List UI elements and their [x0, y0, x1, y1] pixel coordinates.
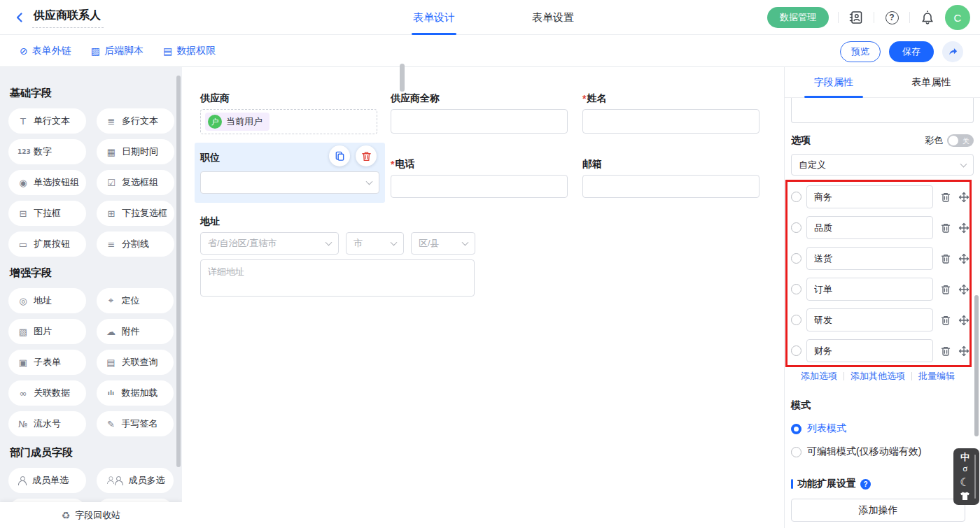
color-toggle[interactable]: 关: [947, 134, 974, 147]
email-input[interactable]: [582, 175, 760, 198]
ime-accent-button[interactable]: ơ: [962, 465, 967, 473]
help-tip-icon[interactable]: ?: [860, 479, 871, 490]
add-other-option-link[interactable]: 添加其他选项: [850, 370, 905, 383]
tab-form-settings[interactable]: 表单设置: [532, 0, 574, 35]
option-source-select[interactable]: 自定义: [791, 154, 974, 176]
option-input[interactable]: [806, 278, 933, 301]
move-option-icon[interactable]: [958, 253, 969, 264]
moon-dark-mode-icon[interactable]: ☾: [960, 477, 969, 488]
field-recycle-bin[interactable]: ♻ 字段回收站: [0, 502, 182, 528]
option-radio[interactable]: [791, 315, 802, 325]
option-radio[interactable]: [791, 253, 802, 264]
backend-script-action[interactable]: ▨ 后端脚本: [91, 45, 144, 57]
sidebar-item-data-load[interactable]: ılı数据加载: [97, 380, 174, 406]
form-title[interactable]: 供应商联系人: [32, 7, 104, 28]
share-button[interactable]: [942, 41, 963, 62]
data-permission-action[interactable]: ▤ 数据权限: [163, 45, 216, 57]
address-detail-textarea[interactable]: [200, 259, 475, 297]
canvas-scrollbar[interactable]: [400, 64, 405, 92]
option-input[interactable]: [806, 308, 933, 331]
user-avatar[interactable]: C: [945, 5, 970, 30]
field-address[interactable]: 地址 省/自治区/直辖市 市 区/县: [200, 215, 480, 299]
field-email[interactable]: 邮箱: [582, 158, 760, 198]
help-icon[interactable]: ?: [883, 9, 900, 26]
ime-language-button[interactable]: 中: [960, 452, 969, 462]
phone-input[interactable]: [391, 175, 568, 198]
field-name[interactable]: *姓名: [582, 92, 760, 134]
copy-field-button[interactable]: [329, 145, 350, 166]
mode-editable-radio[interactable]: 可编辑模式(仅移动端有效): [791, 445, 974, 458]
move-option-icon[interactable]: [958, 284, 969, 295]
sidebar-item-datetime[interactable]: ▦日期时间: [97, 139, 174, 164]
sidebar-item-attachment[interactable]: ☁附件: [97, 319, 174, 344]
sidebar-item-multi-dropdown[interactable]: ⊞下拉复选框: [97, 201, 174, 226]
notification-bell-icon[interactable]: [919, 9, 936, 26]
option-radio[interactable]: [791, 192, 802, 202]
delete-option-icon[interactable]: [940, 192, 951, 203]
sidebar-item-member-multi[interactable]: 成员多选: [97, 468, 174, 493]
option-radio[interactable]: [791, 345, 802, 356]
province-select[interactable]: 省/自治区/直辖市: [200, 232, 339, 255]
field-supplier-fullname[interactable]: 供应商全称: [391, 92, 568, 134]
sidebar-item-linked-data[interactable]: ∞关联数据: [8, 380, 86, 406]
contacts-book-icon[interactable]: [848, 9, 864, 26]
sidebar-item-serial-number[interactable]: №流水号: [8, 411, 86, 436]
shirt-skin-icon[interactable]: [960, 492, 970, 501]
sidebar-item-member-single[interactable]: 成员单选: [8, 468, 86, 493]
sidebar-item-checkbox-group[interactable]: ☑复选框组: [97, 170, 174, 195]
sidebar-scrollbar[interactable]: [176, 76, 181, 467]
sidebar-item-location[interactable]: ⌖定位: [97, 288, 174, 313]
field-supplier[interactable]: 供应商 户 当前用户: [200, 92, 377, 134]
tab-form-design[interactable]: 表单设计: [413, 0, 455, 35]
field-position-selected[interactable]: 职位: [195, 143, 385, 203]
move-option-icon[interactable]: [958, 315, 969, 326]
option-radio[interactable]: [791, 222, 802, 233]
delete-option-icon[interactable]: [940, 315, 951, 326]
supplier-fullname-input[interactable]: [391, 109, 568, 134]
field-phone[interactable]: *电话: [391, 158, 568, 198]
delete-option-icon[interactable]: [940, 345, 951, 357]
delete-option-icon[interactable]: [940, 253, 951, 264]
option-input[interactable]: [806, 339, 933, 362]
sidebar-item-linked-query[interactable]: ▤关联查询: [97, 350, 174, 375]
sidebar-item-multi-line-text[interactable]: ≣多行文本: [97, 108, 174, 134]
tab-form-properties[interactable]: 表单属性: [883, 67, 980, 97]
sidebar-item-address[interactable]: ◎地址: [8, 288, 86, 313]
sidebar-item-extend-button[interactable]: ▭扩展按钮: [8, 231, 86, 257]
move-option-icon[interactable]: [958, 345, 969, 357]
external-link-action[interactable]: ⊘ 表单外链: [20, 45, 71, 57]
option-input[interactable]: [806, 216, 933, 239]
position-select[interactable]: [200, 171, 379, 194]
sidebar-item-radio-group[interactable]: ◉单选按钮组: [8, 170, 86, 195]
sidebar-item-subform[interactable]: ▣子表单: [8, 350, 86, 375]
sidebar-item-signature[interactable]: ✎手写签名: [97, 411, 174, 436]
sidebar-item-image[interactable]: ▧图片: [8, 319, 86, 344]
add-option-link[interactable]: 添加选项: [801, 370, 837, 383]
delete-option-icon[interactable]: [940, 222, 951, 234]
batch-edit-link[interactable]: 批量编辑: [918, 370, 955, 383]
tab-field-properties[interactable]: 字段属性: [785, 67, 883, 97]
supplier-input[interactable]: 户 当前用户: [200, 109, 377, 134]
sidebar-item-dropdown[interactable]: ⊟下拉框: [8, 201, 86, 226]
name-input[interactable]: [582, 109, 760, 134]
add-action-button[interactable]: 添加操作: [791, 499, 965, 522]
mode-list-radio[interactable]: 列表模式: [791, 422, 974, 435]
option-input[interactable]: [806, 247, 933, 270]
back-button[interactable]: [10, 8, 29, 27]
district-select[interactable]: 区/县: [411, 232, 475, 255]
save-button[interactable]: 保存: [889, 41, 934, 62]
move-option-icon[interactable]: [958, 192, 969, 203]
panel-scrollbar[interactable]: [974, 295, 979, 436]
data-manage-button[interactable]: 数据管理: [767, 7, 829, 28]
delete-option-icon[interactable]: [940, 284, 951, 295]
sidebar-item-number[interactable]: 123数字: [8, 139, 86, 164]
delete-field-button[interactable]: [356, 145, 377, 166]
option-radio[interactable]: [791, 284, 802, 294]
sidebar-item-divider-line[interactable]: ≡分割线: [97, 231, 174, 257]
preview-button[interactable]: 预览: [840, 41, 881, 62]
move-option-icon[interactable]: [958, 222, 969, 234]
sidebar-item-single-line-text[interactable]: T单行文本: [8, 108, 86, 134]
city-select[interactable]: 市: [346, 232, 404, 255]
current-user-tag[interactable]: 户 当前用户: [205, 113, 270, 131]
option-input[interactable]: [806, 185, 933, 208]
